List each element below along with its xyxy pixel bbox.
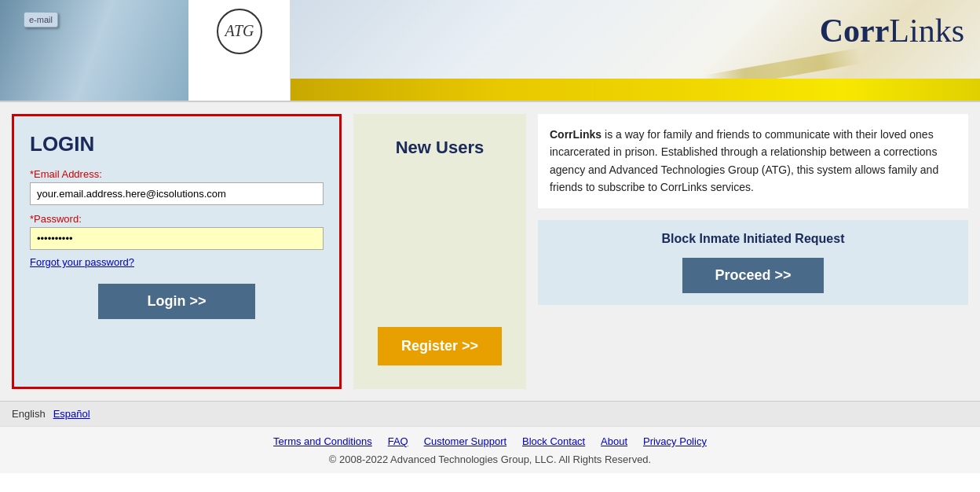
proceed-button[interactable]: Proceed >> (682, 258, 824, 293)
footer-links: Terms and Conditions FAQ Customer Suppor… (0, 426, 980, 451)
footer-link-support[interactable]: Customer Support (424, 435, 507, 447)
lang-english: English (12, 408, 46, 420)
footer-link-terms[interactable]: Terms and Conditions (273, 435, 372, 447)
atg-logo-icon: ATG (216, 8, 263, 55)
email-input[interactable] (30, 182, 324, 205)
header: e-mail ATG CorrLinks (0, 0, 980, 102)
header-keyboard-area: e-mail (0, 0, 188, 101)
brand-regular: Links (889, 13, 964, 49)
register-button[interactable]: Register >> (378, 327, 502, 365)
new-users-title: New Users (396, 138, 485, 158)
footer-copyright: © 2008-2022 Advanced Technologies Group,… (0, 451, 980, 473)
forgot-password-link[interactable]: Forgot your password? (30, 256, 324, 268)
atg-logo-area: ATG (188, 0, 291, 101)
description-text: is a way for family and friends to commu… (550, 128, 938, 193)
lang-espanol-link[interactable]: Español (53, 408, 90, 420)
right-panel: CorrLinks is a way for family and friend… (538, 114, 968, 389)
keyboard-key-email: e-mail (24, 12, 58, 28)
login-box: LOGIN *Email Address: *Password: Forgot … (12, 114, 342, 389)
login-title: LOGIN (30, 132, 324, 156)
description-box: CorrLinks is a way for family and friend… (538, 114, 968, 208)
header-brand-area: CorrLinks (291, 0, 980, 101)
svg-text:ATG: ATG (223, 22, 254, 39)
brand-bold: Corr (820, 13, 890, 49)
new-users-box: New Users Register >> (353, 114, 526, 389)
login-button[interactable]: Login >> (98, 284, 255, 319)
description-brand: CorrLinks (550, 128, 602, 141)
footer-link-about[interactable]: About (601, 435, 627, 447)
block-inmate-title: Block Inmate Initiated Request (554, 232, 953, 246)
footer-link-block[interactable]: Block Contact (522, 435, 585, 447)
password-input[interactable] (30, 227, 324, 250)
block-inmate-box: Block Inmate Initiated Request Proceed >… (538, 220, 968, 305)
footer-lang-bar: English Español (0, 401, 980, 426)
yellow-bar (291, 79, 980, 101)
email-label: *Email Address: (30, 168, 324, 180)
password-label: *Password: (30, 213, 324, 225)
footer-link-privacy[interactable]: Privacy Policy (643, 435, 707, 447)
main-content: LOGIN *Email Address: *Password: Forgot … (0, 102, 980, 401)
brand-title: CorrLinks (820, 12, 964, 50)
footer-link-faq[interactable]: FAQ (388, 435, 408, 447)
